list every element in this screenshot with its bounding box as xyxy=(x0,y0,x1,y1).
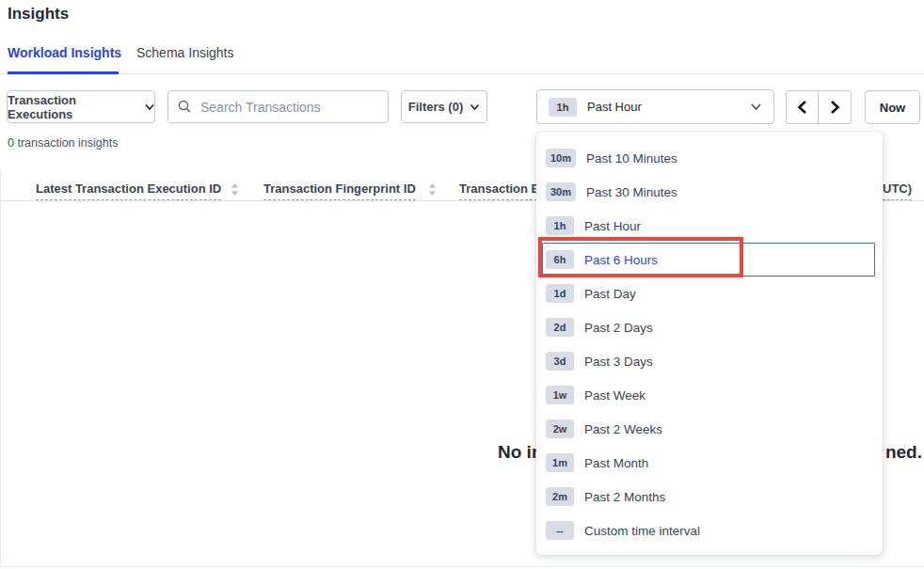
time-option-label: Past Day xyxy=(584,287,636,301)
chevron-down-icon xyxy=(470,103,480,111)
time-option-badge: 1d xyxy=(546,284,574,303)
time-interval-label: Past Hour xyxy=(587,100,740,114)
time-option-badge: 2d xyxy=(546,318,574,337)
time-option-label: Past 2 Months xyxy=(584,490,665,504)
time-option[interactable]: 6h Past 6 Hours xyxy=(542,243,875,277)
time-option-badge: -- xyxy=(546,521,574,540)
next-interval-button[interactable] xyxy=(819,91,851,123)
column-header-transaction-execution-truncated[interactable]: Transaction Ex xyxy=(459,182,542,200)
time-dropdown-menu: 10m Past 10 Minutes 30m Past 30 Minutes … xyxy=(536,132,883,555)
time-option-badge: 2m xyxy=(546,487,574,506)
time-option[interactable]: -- Custom time interval xyxy=(542,514,875,547)
filters-button[interactable]: Filters (0) xyxy=(401,90,487,123)
time-option[interactable]: 2d Past 2 Days xyxy=(542,310,875,344)
time-range-arrows xyxy=(786,90,852,124)
time-option-badge: 3d xyxy=(546,352,574,371)
search-icon xyxy=(177,99,192,114)
transaction-type-dropdown[interactable]: Transaction Executions xyxy=(7,90,155,123)
sort-icon[interactable] xyxy=(231,182,239,197)
insights-page: Insights Workload Insights Schema Insigh… xyxy=(0,0,924,569)
time-option-label: Past Week xyxy=(584,388,645,403)
time-option-label: Past 10 Minutes xyxy=(586,151,677,166)
column-header-transaction-fingerprint-id[interactable]: Transaction Fingerprint ID xyxy=(263,182,416,200)
time-option[interactable]: 30m Past 30 Minutes xyxy=(542,175,875,209)
chevron-down-icon xyxy=(750,103,762,111)
tab-schema-insights[interactable]: Schema Insights xyxy=(136,45,234,60)
filters-label: Filters (0) xyxy=(408,100,464,114)
tab-workload-insights[interactable]: Workload Insights xyxy=(8,45,121,60)
time-option-label: Past 6 Hours xyxy=(584,253,658,267)
time-option-label: Custom time interval xyxy=(584,524,700,538)
chevron-right-icon xyxy=(830,100,840,115)
previous-interval-button[interactable] xyxy=(787,91,819,123)
time-option-label: Past Month xyxy=(584,456,648,470)
time-option[interactable]: 1h Past Hour xyxy=(542,209,875,243)
time-option-badge: 10m xyxy=(546,149,576,167)
time-option[interactable]: 2w Past 2 Weeks xyxy=(542,412,875,446)
page-title: Insights xyxy=(8,5,69,24)
column-header-utc-truncated[interactable]: UTC) xyxy=(883,182,912,200)
column-header-latest-transaction-execution-id[interactable]: Latest Transaction Execution ID xyxy=(36,182,221,200)
tab-bar: Workload Insights Schema Insights xyxy=(0,43,924,74)
time-interval-badge: 1h xyxy=(549,98,577,117)
empty-state-text-right: ned. xyxy=(885,442,922,463)
search-input[interactable] xyxy=(167,90,389,123)
time-option-badge: 6h xyxy=(546,250,574,269)
time-option-badge: 1h xyxy=(546,216,574,235)
transaction-type-label: Transaction Executions xyxy=(8,93,137,121)
time-option[interactable]: 3d Past 3 Days xyxy=(542,344,875,378)
time-option-label: Past 3 Days xyxy=(584,355,653,369)
time-option-label: Past 2 Weeks xyxy=(584,422,662,436)
time-option[interactable]: 10m Past 10 Minutes xyxy=(542,141,875,175)
time-option-label: Past 2 Days xyxy=(584,321,653,335)
sort-icon[interactable] xyxy=(428,182,437,197)
chevron-left-icon xyxy=(797,100,807,115)
time-interval-selector[interactable]: 1h Past Hour xyxy=(536,89,774,124)
insights-count-text: 0 transaction insights xyxy=(8,136,118,150)
time-option-label: Past Hour xyxy=(584,219,641,233)
time-option-badge: 2w xyxy=(546,419,574,438)
now-button[interactable]: Now xyxy=(865,90,920,124)
time-option[interactable]: 2m Past 2 Months xyxy=(542,480,875,514)
search-box xyxy=(167,90,389,123)
time-option-badge: 1w xyxy=(546,386,574,404)
active-tab-underline xyxy=(8,71,119,74)
time-option-badge: 1m xyxy=(546,453,574,472)
time-option[interactable]: 1w Past Week xyxy=(542,378,875,412)
time-option[interactable]: 1d Past Day xyxy=(542,277,875,310)
time-option-badge: 30m xyxy=(546,182,576,201)
chevron-down-icon xyxy=(144,103,154,111)
time-option[interactable]: 1m Past Month xyxy=(542,446,875,480)
now-label: Now xyxy=(880,101,905,115)
time-option-label: Past 30 Minutes xyxy=(586,185,677,199)
